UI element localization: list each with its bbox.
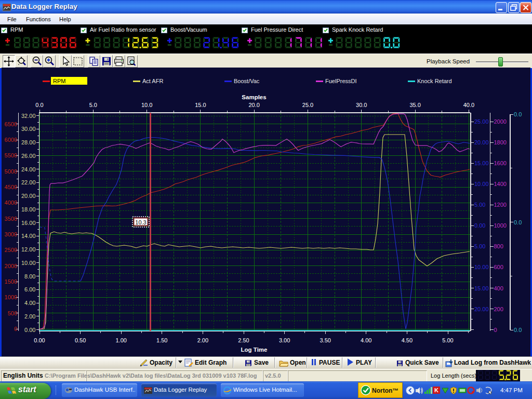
svg-text:2000: 2000 (494, 118, 507, 125)
svg-text:2.00: 2.00 (24, 313, 35, 320)
svg-text:2.00: 2.00 (197, 337, 208, 343)
svg-text:5.00: 5.00 (442, 337, 453, 343)
svg-text:1.00: 1.00 (115, 337, 126, 343)
svg-text:4.00: 4.00 (24, 300, 35, 306)
svg-text:8.00: 8.00 (24, 273, 35, 280)
svg-text:4.00: 4.00 (361, 337, 371, 343)
svg-text:10.00: 10.00 (474, 181, 489, 187)
svg-text:RPM: RPM (53, 78, 65, 84)
svg-text:14.00: 14.00 (21, 233, 36, 239)
svg-text:2.50: 2.50 (238, 337, 249, 343)
svg-text:15.0: 15.0 (195, 102, 206, 108)
svg-text:800: 800 (494, 243, 503, 249)
svg-text:6500: 6500 (5, 121, 17, 127)
svg-text:3.00: 3.00 (279, 337, 290, 343)
svg-text:3500: 3500 (5, 216, 17, 222)
svg-text:20.00: 20.00 (474, 306, 489, 312)
svg-text:22.00: 22.00 (21, 179, 36, 185)
svg-text:1800: 1800 (494, 139, 507, 145)
svg-text:25.00: 25.00 (474, 118, 489, 125)
svg-text:Samples: Samples (242, 94, 266, 100)
svg-text:0: 0 (494, 327, 497, 333)
svg-text:600: 600 (494, 264, 503, 270)
svg-text:20.0: 20.0 (248, 102, 259, 108)
svg-text:20.00: 20.00 (21, 193, 36, 199)
svg-text:400: 400 (494, 285, 503, 291)
svg-text:4500: 4500 (5, 184, 17, 190)
svg-text:1.50: 1.50 (156, 337, 167, 343)
svg-text:0.00: 0.00 (24, 327, 35, 333)
svg-text:40.0: 40.0 (463, 102, 474, 108)
svg-text:3000: 3000 (5, 231, 17, 237)
svg-text:0: 0 (14, 326, 17, 332)
svg-text:5.00: 5.00 (474, 202, 485, 208)
svg-text:Boost/Vac: Boost/Vac (234, 78, 260, 84)
svg-text:10.0: 10.0 (141, 102, 152, 108)
svg-text:12.00: 12.00 (21, 246, 36, 252)
svg-text:5000: 5000 (5, 168, 17, 175)
svg-text:0.0: 0.0 (514, 111, 522, 117)
svg-text:500: 500 (8, 310, 17, 316)
svg-text:FuelPressDI: FuelPressDI (325, 78, 357, 84)
svg-text:Log Time: Log Time (241, 347, 268, 353)
svg-text:15.00: 15.00 (474, 160, 489, 166)
svg-text:3.50: 3.50 (320, 337, 330, 343)
svg-text:10.3: 10.3 (135, 219, 146, 225)
svg-text:1600: 1600 (494, 160, 507, 166)
svg-text:Act AFR: Act AFR (142, 78, 163, 84)
svg-text:0.50: 0.50 (75, 337, 86, 343)
svg-text:2000: 2000 (5, 263, 17, 269)
svg-text:1000: 1000 (494, 222, 507, 229)
svg-text:5500: 5500 (5, 152, 17, 158)
svg-text:15.00: 15.00 (474, 285, 489, 291)
svg-text:10.00: 10.00 (21, 260, 36, 266)
svg-text:20.00: 20.00 (474, 139, 489, 145)
svg-text:0.00: 0.00 (474, 222, 485, 229)
svg-text:0.0: 0.0 (35, 102, 43, 108)
svg-text:Knock Retard: Knock Retard (417, 78, 452, 84)
svg-text:25.0: 25.0 (302, 102, 313, 108)
svg-text:30.00: 30.00 (21, 126, 36, 132)
svg-text:35.0: 35.0 (409, 102, 420, 108)
svg-text:0.0: 0.0 (514, 327, 522, 333)
svg-text:24.00: 24.00 (21, 166, 36, 172)
svg-text:4000: 4000 (5, 200, 17, 206)
svg-text:18.00: 18.00 (21, 206, 36, 212)
svg-text:30.0: 30.0 (356, 102, 367, 108)
svg-text:1400: 1400 (494, 181, 507, 187)
svg-text:6000: 6000 (5, 137, 17, 143)
svg-text:6.00: 6.00 (24, 286, 35, 292)
svg-text:2500: 2500 (5, 247, 17, 253)
svg-text:5.0: 5.0 (89, 102, 97, 108)
svg-text:200: 200 (494, 306, 503, 312)
svg-text:26.00: 26.00 (21, 153, 36, 159)
svg-text:32.00: 32.00 (21, 113, 36, 119)
svg-text:10.00: 10.00 (474, 264, 489, 270)
svg-text:28.00: 28.00 (21, 139, 36, 145)
svg-text:1000: 1000 (5, 294, 17, 300)
svg-text:16.00: 16.00 (21, 220, 36, 226)
svg-text:1200: 1200 (494, 202, 507, 208)
svg-text:5.00: 5.00 (474, 243, 485, 249)
svg-text:0.00: 0.00 (34, 337, 45, 343)
svg-text:0.0: 0.0 (514, 219, 522, 225)
svg-text:4.50: 4.50 (402, 337, 413, 343)
svg-text:1500: 1500 (5, 278, 17, 285)
